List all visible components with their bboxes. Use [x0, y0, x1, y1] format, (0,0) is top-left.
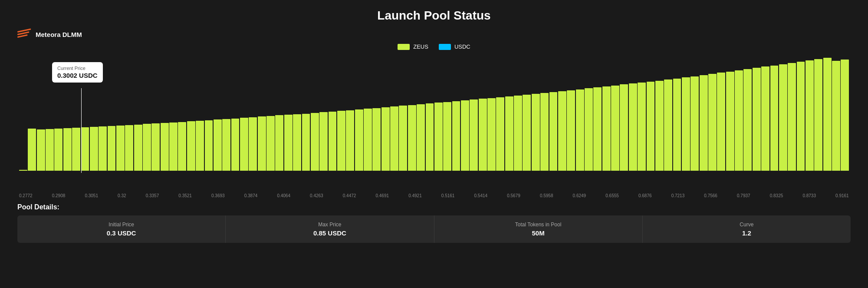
chart-bar: [708, 74, 717, 171]
chart-bar: [461, 100, 469, 171]
chart-bar: [417, 104, 425, 171]
chart-bar: [302, 114, 310, 171]
chart-bar: [240, 118, 248, 171]
meteora-icon: [17, 30, 31, 39]
chart-bar: [620, 84, 628, 171]
chart-bar: [196, 121, 204, 171]
chart-bar: [505, 96, 513, 171]
chart-bar: [63, 128, 72, 171]
chart-bar: [214, 119, 222, 171]
chart-bar: [726, 72, 734, 171]
chart-bar: [470, 99, 478, 171]
x-axis-label: 0.5161: [441, 193, 455, 198]
chart-bar: [311, 113, 319, 171]
chart-bar: [293, 114, 301, 171]
chart-bar: [770, 66, 779, 171]
chart-bar: [390, 106, 398, 171]
chart-bar: [540, 93, 549, 171]
x-axis-label: 0.4472: [343, 193, 356, 198]
x-axis-label: 0.8325: [770, 193, 783, 198]
chart-bar: [841, 60, 849, 171]
x-axis-label: 0.7937: [737, 193, 750, 198]
x-axis-label: 0.5414: [474, 193, 488, 198]
chart-bar: [19, 170, 27, 171]
chart-bar: [143, 124, 151, 171]
chart-bar: [479, 99, 487, 171]
chart-bar: [647, 82, 655, 171]
chart-bar: [337, 111, 345, 171]
pool-detail-cell: Curve1.2: [643, 215, 851, 243]
chart-bar: [638, 83, 646, 171]
chart-bar: [284, 115, 293, 171]
x-axis-label: 0.7566: [704, 193, 717, 198]
chart-bar: [329, 112, 337, 171]
x-axis-label: 0.32: [118, 193, 126, 198]
x-axis-label: 0.7213: [671, 193, 685, 198]
chart-bar: [690, 76, 699, 171]
chart-bar: [823, 58, 832, 171]
chart-bar: [779, 64, 787, 171]
chart-bar: [523, 95, 531, 171]
price-tooltip: Current Price 0.3002 USDC: [52, 62, 103, 83]
x-axis-label: 0.3051: [85, 193, 98, 198]
chart-bar: [496, 97, 504, 171]
chart-bar: [372, 108, 381, 171]
chart-bar: [399, 106, 407, 171]
chart-legend: ZEUS USDC: [17, 43, 851, 50]
pool-details-table: Initial Price0.3 USDCMax Price0.85 USDCT…: [17, 215, 851, 243]
pool-details-section: Pool Details: Initial Price0.3 USDCMax P…: [17, 203, 851, 243]
x-axis-label: 0.5679: [507, 193, 520, 198]
x-axis-label: 0.4921: [408, 193, 422, 198]
chart-bar: [487, 98, 496, 171]
chart-bar: [364, 109, 372, 171]
chart-bar: [532, 94, 540, 171]
legend-label-zeus: ZEUS: [413, 43, 428, 50]
pool-detail-value: 0.3 USDC: [26, 229, 217, 237]
x-axis-label: 0.8733: [802, 193, 816, 198]
chart-bar: [753, 68, 761, 171]
x-axis-label: 0.2908: [52, 193, 66, 198]
chart-bar: [319, 112, 328, 171]
x-axis-label: 0.6249: [573, 193, 586, 198]
chart-bar: [169, 122, 178, 171]
chart-bar: [664, 79, 672, 171]
legend-color-zeus: [398, 44, 410, 50]
chart-bar: [381, 107, 390, 171]
brand-label: Meteora DLMM: [36, 31, 82, 38]
pool-detail-value: 0.85 USDC: [234, 229, 425, 237]
chart-bar: [37, 129, 45, 171]
chart-bar: [258, 116, 266, 171]
legend-item-zeus: ZEUS: [398, 43, 428, 50]
chart-bar: [593, 87, 602, 171]
chart-bar: [178, 122, 186, 171]
chart-bar: [585, 88, 593, 171]
x-axis-label: 0.3521: [178, 193, 192, 198]
page-container: Launch Pool Status Meteora DLMM ZEUS USD…: [0, 0, 868, 252]
x-axis-label: 0.4691: [375, 193, 389, 198]
chart-bar: [743, 69, 752, 171]
chart-bar: [788, 63, 796, 171]
x-axis-label: 0.9161: [835, 193, 849, 198]
x-axis-label: 0.4064: [277, 193, 290, 198]
chart-bar: [161, 123, 169, 171]
chart-bar: [205, 120, 213, 171]
chart-bar: [151, 123, 160, 171]
pool-detail-label: Curve: [651, 222, 842, 228]
x-axis-label: 0.3357: [146, 193, 159, 198]
chart-bar: [673, 79, 681, 171]
pool-detail-cell: Total Tokens in Pool50M: [434, 215, 643, 243]
chart-bar: [717, 73, 725, 171]
chart-bar: [700, 75, 708, 171]
chart-bar: [28, 129, 36, 171]
tooltip-line: [81, 88, 82, 173]
x-axis-label: 0.3874: [244, 193, 258, 198]
chart-bar: [408, 105, 416, 171]
chart-bar: [814, 59, 822, 171]
pool-detail-value: 50M: [443, 229, 634, 237]
chart-bar: [116, 126, 125, 171]
chart-bar: [549, 92, 558, 171]
chart-bar: [452, 101, 460, 171]
chart-bar: [558, 91, 566, 171]
pool-detail-cell: Max Price0.85 USDC: [226, 215, 434, 243]
chart-bar: [426, 103, 434, 171]
